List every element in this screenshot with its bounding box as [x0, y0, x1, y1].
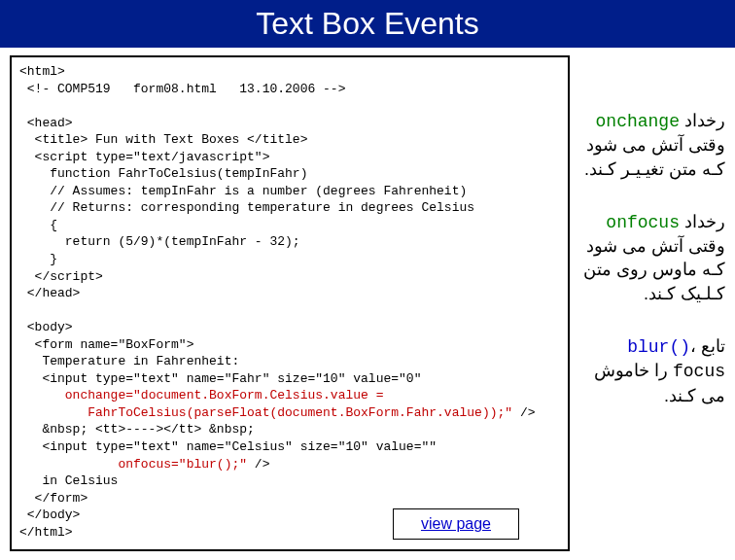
code-line: <!- COMP519 form08.html 13.10.2006 --> — [19, 82, 345, 96]
code-line: <html> — [19, 64, 65, 79]
keyword-focus: focus — [673, 362, 725, 381]
code-line: { — [19, 218, 57, 232]
note-onchange: رخداد onchange وقتی آتش می شود کـه متن ت… — [579, 109, 725, 181]
code-line: /> — [512, 405, 535, 420]
code-line: Temperature in Fahrenheit: — [19, 354, 239, 368]
content-area: <html> <!- COMP519 form08.html 13.10.200… — [0, 48, 735, 560]
code-line: </html> — [19, 525, 73, 540]
slide-title: Text Box Events — [0, 0, 735, 48]
code-line: <input type="text" name="Fahr" size="10"… — [19, 371, 421, 386]
code-line: </script> — [19, 269, 103, 284]
code-line — [19, 457, 118, 472]
code-line: &nbsp; <tt>----></tt> &nbsp; — [19, 422, 255, 437]
code-line: <form name="BoxForm"> — [19, 337, 193, 352]
code-line — [19, 388, 65, 402]
code-line: </body> — [19, 508, 80, 522]
code-line: } — [19, 252, 57, 266]
code-line: </form> — [19, 491, 88, 506]
code-line: /> — [247, 457, 269, 472]
code-line: return (5/9)*(tempInFahr - 32); — [19, 234, 300, 249]
view-page-link[interactable]: view page — [393, 508, 519, 540]
code-line: // Assumes: tempInFahr is a number (degr… — [19, 184, 467, 198]
note-text: تابع — [696, 336, 725, 356]
code-box: <html> <!- COMP519 form08.html 13.10.200… — [10, 55, 570, 551]
code-line: <title> Fun with Text Boxes </title> — [19, 132, 307, 147]
note-onfocus: رخداد onfocus وقتی آتش می شود کـه ماوس ر… — [579, 210, 725, 305]
note-blur: تابع blur()، focus را خاموش می کـند. — [579, 334, 725, 407]
code-highlight: FahrToCelsius(parseFloat(document.BoxFor… — [19, 405, 512, 420]
code-line: <head> — [19, 116, 73, 130]
code-line: // Returns: corresponding temperature in… — [19, 200, 474, 215]
side-notes: رخداد onchange وقتی آتش می شود کـه متن ت… — [579, 55, 725, 560]
keyword-onchange: onchange — [596, 112, 680, 131]
note-text: وقتی آتش می شود کـه ماوس روی متن کـلـیک … — [583, 236, 725, 303]
code-line: <input type="text" name="Celsius" size="… — [19, 439, 437, 454]
keyword-onfocus: onfocus — [606, 213, 680, 232]
code-highlight: onchange="document.BoxForm.Celsius.value… — [65, 388, 384, 402]
note-text: رخداد — [680, 212, 725, 231]
code-line: </head> — [19, 286, 80, 300]
code-line: <body> — [19, 320, 73, 334]
slide: Text Box Events <html> <!- COMP519 form0… — [0, 0, 735, 560]
code-line: in Celsius — [19, 473, 118, 488]
code-highlight: onfocus="blur();" — [118, 457, 247, 472]
note-text: وقتی آتش می شود کـه متن تغیـیـر کـند. — [584, 135, 725, 178]
code-line: function FahrToCelsius(tempInFahr) — [19, 166, 307, 181]
code-line: <script type="text/javascript"> — [19, 150, 269, 164]
keyword-blur: blur() — [627, 337, 690, 357]
note-text: رخداد — [680, 111, 725, 130]
